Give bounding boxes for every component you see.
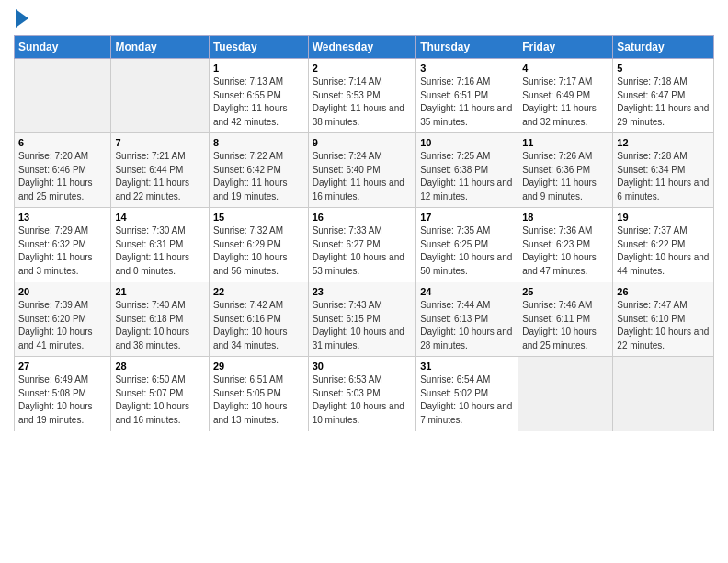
sunrise-text: Sunrise: 6:50 AM (115, 373, 204, 387)
day-info: Sunrise: 7:39 AMSunset: 6:20 PMDaylight:… (18, 299, 107, 352)
calendar-cell: 9Sunrise: 7:24 AMSunset: 6:40 PMDaylight… (308, 133, 416, 208)
calendar-cell (518, 357, 613, 431)
calendar-cell: 29Sunrise: 6:51 AMSunset: 5:05 PMDayligh… (209, 357, 308, 431)
sunrise-text: Sunrise: 6:53 AM (313, 373, 413, 387)
day-info: Sunrise: 7:28 AMSunset: 6:34 PMDaylight:… (617, 150, 710, 203)
sunset-text: Sunset: 6:46 PM (18, 164, 107, 178)
day-info: Sunrise: 7:17 AMSunset: 6:49 PMDaylight:… (522, 75, 609, 129)
calendar-cell: 21Sunrise: 7:40 AMSunset: 6:18 PMDayligh… (111, 282, 209, 357)
sunset-text: Sunset: 6:51 PM (420, 89, 514, 103)
day-number: 8 (213, 137, 304, 148)
day-number: 9 (313, 137, 413, 148)
sunrise-text: Sunrise: 7:46 AM (522, 299, 609, 313)
day-info: Sunrise: 7:46 AMSunset: 6:11 PMDaylight:… (522, 299, 609, 352)
sunrise-text: Sunrise: 7:26 AM (522, 150, 609, 164)
sunset-text: Sunset: 6:13 PM (420, 313, 514, 327)
day-info: Sunrise: 7:13 AMSunset: 6:55 PMDaylight:… (213, 75, 304, 129)
daylight-text: Daylight: 10 hours and 34 minutes. (213, 326, 304, 352)
sunset-text: Sunset: 6:42 PM (213, 164, 304, 178)
day-number: 18 (522, 212, 609, 223)
day-info: Sunrise: 7:43 AMSunset: 6:15 PMDaylight:… (313, 299, 413, 352)
sunrise-text: Sunrise: 7:40 AM (115, 299, 204, 313)
sunset-text: Sunset: 6:49 PM (522, 89, 609, 103)
calendar-cell: 28Sunrise: 6:50 AMSunset: 5:07 PMDayligh… (111, 357, 209, 431)
sunrise-text: Sunrise: 6:54 AM (420, 373, 514, 387)
sunrise-text: Sunrise: 7:30 AM (115, 224, 204, 238)
calendar-cell: 30Sunrise: 6:53 AMSunset: 5:03 PMDayligh… (308, 357, 416, 431)
calendar-cell: 15Sunrise: 7:32 AMSunset: 6:29 PMDayligh… (209, 208, 308, 282)
calendar-cell: 4Sunrise: 7:17 AMSunset: 6:49 PMDaylight… (518, 59, 613, 133)
logo (14, 9, 28, 28)
day-info: Sunrise: 7:37 AMSunset: 6:22 PMDaylight:… (617, 224, 710, 278)
sunset-text: Sunset: 6:31 PM (115, 238, 204, 252)
daylight-text: Daylight: 10 hours and 28 minutes. (420, 326, 514, 352)
calendar-cell: 2Sunrise: 7:14 AMSunset: 6:53 PMDaylight… (308, 59, 416, 133)
sunset-text: Sunset: 6:53 PM (313, 89, 413, 103)
calendar-cell: 18Sunrise: 7:36 AMSunset: 6:23 PMDayligh… (518, 208, 613, 282)
sunrise-text: Sunrise: 7:18 AM (617, 75, 710, 89)
sunrise-text: Sunrise: 7:29 AM (18, 224, 107, 238)
daylight-text: Daylight: 10 hours and 13 minutes. (213, 400, 304, 427)
day-info: Sunrise: 7:40 AMSunset: 6:18 PMDaylight:… (115, 299, 204, 352)
daylight-text: Daylight: 10 hours and 53 minutes. (313, 251, 413, 278)
header-day-wednesday: Wednesday (308, 36, 416, 59)
sunset-text: Sunset: 6:27 PM (313, 238, 413, 252)
day-info: Sunrise: 6:50 AMSunset: 5:07 PMDaylight:… (115, 373, 204, 427)
calendar-cell: 10Sunrise: 7:25 AMSunset: 6:38 PMDayligh… (416, 133, 518, 208)
sunrise-text: Sunrise: 7:39 AM (18, 299, 107, 313)
sunrise-text: Sunrise: 7:32 AM (213, 224, 304, 238)
day-info: Sunrise: 6:51 AMSunset: 5:05 PMDaylight:… (213, 373, 304, 427)
day-info: Sunrise: 7:30 AMSunset: 6:31 PMDaylight:… (115, 224, 204, 278)
sunset-text: Sunset: 6:36 PM (522, 164, 609, 178)
sunrise-text: Sunrise: 6:49 AM (18, 373, 107, 387)
sunset-text: Sunset: 6:11 PM (522, 313, 609, 327)
sunrise-text: Sunrise: 7:24 AM (313, 150, 413, 164)
calendar-cell: 7Sunrise: 7:21 AMSunset: 6:44 PMDaylight… (111, 133, 209, 208)
daylight-text: Daylight: 10 hours and 38 minutes. (115, 326, 204, 352)
sunset-text: Sunset: 6:22 PM (617, 238, 710, 252)
daylight-text: Daylight: 10 hours and 19 minutes. (18, 400, 107, 427)
calendar-table: SundayMondayTuesdayWednesdayThursdayFrid… (14, 35, 714, 431)
day-number: 25 (522, 286, 609, 297)
calendar-cell: 23Sunrise: 7:43 AMSunset: 6:15 PMDayligh… (308, 282, 416, 357)
daylight-text: Daylight: 10 hours and 10 minutes. (313, 400, 413, 427)
day-number: 7 (115, 137, 204, 148)
daylight-text: Daylight: 11 hours and 32 minutes. (522, 102, 609, 129)
sunrise-text: Sunrise: 7:37 AM (617, 224, 710, 238)
calendar-cell: 1Sunrise: 7:13 AMSunset: 6:55 PMDaylight… (209, 59, 308, 133)
sunset-text: Sunset: 6:34 PM (617, 164, 710, 178)
daylight-text: Daylight: 11 hours and 25 minutes. (18, 177, 107, 203)
daylight-text: Daylight: 10 hours and 7 minutes. (420, 400, 514, 427)
day-info: Sunrise: 7:18 AMSunset: 6:47 PMDaylight:… (617, 75, 710, 129)
calendar-cell: 14Sunrise: 7:30 AMSunset: 6:31 PMDayligh… (111, 208, 209, 282)
sunrise-text: Sunrise: 7:14 AM (313, 75, 413, 89)
daylight-text: Daylight: 11 hours and 3 minutes. (18, 251, 107, 278)
calendar-cell: 19Sunrise: 7:37 AMSunset: 6:22 PMDayligh… (613, 208, 714, 282)
day-info: Sunrise: 7:47 AMSunset: 6:10 PMDaylight:… (617, 299, 710, 352)
calendar-cell: 26Sunrise: 7:47 AMSunset: 6:10 PMDayligh… (613, 282, 714, 357)
page: SundayMondayTuesdayWednesdayThursdayFrid… (0, 0, 728, 445)
week-row-4: 27Sunrise: 6:49 AMSunset: 5:08 PMDayligh… (15, 357, 714, 431)
daylight-text: Daylight: 11 hours and 19 minutes. (213, 177, 304, 203)
sunset-text: Sunset: 6:20 PM (18, 313, 107, 327)
day-info: Sunrise: 7:35 AMSunset: 6:25 PMDaylight:… (420, 224, 514, 278)
day-number: 29 (213, 361, 304, 372)
daylight-text: Daylight: 10 hours and 31 minutes. (313, 326, 413, 352)
day-info: Sunrise: 7:26 AMSunset: 6:36 PMDaylight:… (522, 150, 609, 203)
day-number: 22 (213, 286, 304, 297)
calendar-cell: 6Sunrise: 7:20 AMSunset: 6:46 PMDaylight… (15, 133, 111, 208)
sunset-text: Sunset: 6:55 PM (213, 89, 304, 103)
sunset-text: Sunset: 6:29 PM (213, 238, 304, 252)
day-number: 2 (313, 63, 413, 74)
sunrise-text: Sunrise: 7:25 AM (420, 150, 514, 164)
day-number: 5 (617, 63, 710, 74)
daylight-text: Daylight: 11 hours and 12 minutes. (420, 177, 514, 203)
calendar-cell: 11Sunrise: 7:26 AMSunset: 6:36 PMDayligh… (518, 133, 613, 208)
day-info: Sunrise: 7:16 AMSunset: 6:51 PMDaylight:… (420, 75, 514, 129)
sunrise-text: Sunrise: 7:36 AM (522, 224, 609, 238)
sunrise-text: Sunrise: 7:33 AM (313, 224, 413, 238)
calendar-cell: 20Sunrise: 7:39 AMSunset: 6:20 PMDayligh… (15, 282, 111, 357)
sunset-text: Sunset: 6:18 PM (115, 313, 204, 327)
daylight-text: Daylight: 11 hours and 0 minutes. (115, 251, 204, 278)
header-day-friday: Friday (518, 36, 613, 59)
